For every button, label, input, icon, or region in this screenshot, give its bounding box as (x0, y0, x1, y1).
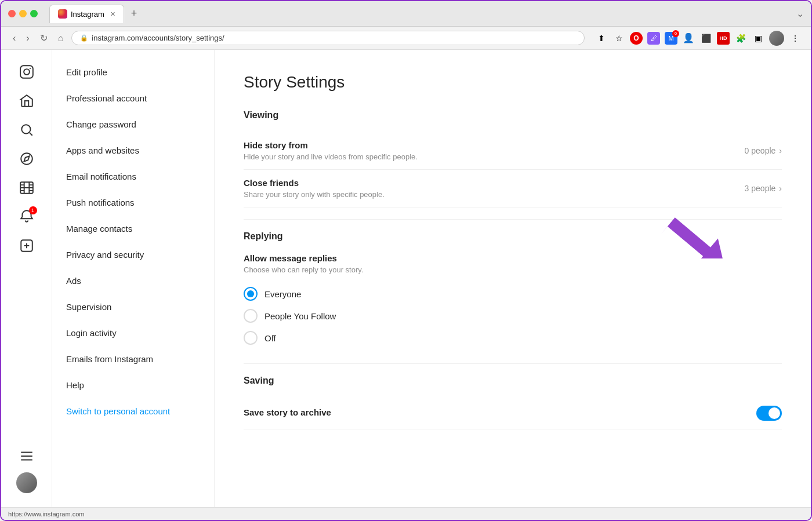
forward-button[interactable]: › (24, 32, 31, 45)
settings-item-ads[interactable]: Ads (52, 268, 214, 294)
star-icon[interactable]: ☆ (612, 32, 625, 45)
hide-story-value: 0 people (745, 146, 776, 155)
chevron-right-icon-2: › (779, 184, 782, 193)
allow-replies-title: Allow message replies (244, 253, 782, 263)
nav-user-avatar[interactable] (16, 472, 37, 493)
status-bar: https://www.instagram.com (1, 507, 811, 520)
settings-item-edit-profile[interactable]: Edit profile (52, 59, 214, 85)
instagram-favicon (58, 9, 67, 19)
tab-bar: Instagram ✕ + ⌄ (49, 5, 804, 23)
reply-options-group: Everyone People You Follow Off (244, 282, 782, 349)
back-button[interactable]: ‹ (10, 32, 18, 45)
close-friends-row[interactable]: Close friends Share your story only with… (244, 170, 782, 207)
nav-icon-instagram[interactable] (14, 59, 39, 85)
replying-section-title: Replying (244, 231, 782, 242)
extension-icon-1[interactable]: M6 (665, 32, 677, 45)
reload-button[interactable]: ↻ (38, 31, 50, 45)
share-icon[interactable]: ⬆ (595, 32, 608, 45)
pocket-icon[interactable]: 🖊 (647, 32, 660, 45)
opera-icon[interactable]: O (630, 32, 643, 45)
hide-story-row[interactable]: Hide story from Hide your story and live… (244, 132, 782, 170)
extensions-icon[interactable]: 🧩 (734, 32, 747, 45)
svg-point-4 (21, 153, 32, 165)
nav-icon-search[interactable] (14, 117, 39, 143)
radio-off[interactable] (244, 331, 258, 345)
nav-icon-explore[interactable] (14, 146, 39, 172)
radio-follow[interactable] (244, 309, 258, 323)
main-content: Story Settings Viewing Hide story from H… (215, 50, 811, 507)
chevron-right-icon: › (779, 146, 782, 155)
close-friends-desc: Share your story only with specific peop… (244, 190, 745, 199)
section-divider-1 (244, 219, 782, 220)
minimize-button[interactable] (19, 10, 27, 17)
traffic-lights (8, 10, 38, 17)
extension-icon-2[interactable]: 👤 (682, 32, 695, 45)
settings-item-email-notifications[interactable]: Email notifications (52, 163, 214, 190)
radio-everyone[interactable] (244, 287, 258, 301)
split-view-icon[interactable]: ▣ (752, 32, 764, 45)
settings-item-supervision[interactable]: Supervision (52, 294, 214, 320)
hide-story-info: Hide story from Hide your story and live… (244, 140, 745, 161)
allow-replies-group: Allow message replies Choose who can rep… (244, 253, 782, 349)
saving-section-title: Saving (244, 376, 782, 386)
svg-rect-0 (20, 65, 33, 78)
browser-window: Instagram ✕ + ⌄ ‹ › ↻ ⌂ 🔒 instagram.com/… (0, 0, 812, 521)
settings-item-change-password[interactable]: Change password (52, 111, 214, 137)
nav-icon-reels[interactable] (14, 175, 39, 201)
profile-avatar[interactable] (769, 31, 784, 46)
home-button[interactable]: ⌂ (56, 32, 66, 45)
settings-item-help[interactable]: Help (52, 372, 214, 398)
nav-icon-create[interactable] (14, 233, 39, 258)
svg-point-3 (21, 125, 30, 133)
left-nav: 1 (1, 50, 52, 507)
settings-item-login-activity[interactable]: Login activity (52, 320, 214, 346)
extension-icon-4[interactable]: HD (717, 32, 730, 45)
menu-icon[interactable]: ⋮ (789, 32, 802, 45)
tab-close-button[interactable]: ✕ (110, 10, 115, 18)
settings-item-apps-websites[interactable]: Apps and websites (52, 137, 214, 163)
nav-icon-home[interactable] (14, 88, 39, 114)
section-divider-2 (244, 363, 782, 364)
url-text: instagram.com/accounts/story_settings/ (92, 34, 224, 42)
toolbar-icons: ⬆ ☆ O 🖊 M6 👤 ⬛ HD 🧩 ▣ ⋮ (595, 31, 802, 46)
close-friends-value: 3 people (745, 184, 776, 193)
settings-item-privacy-security[interactable]: Privacy and security (52, 242, 214, 268)
hide-story-title: Hide story from (244, 140, 745, 150)
address-bar: ‹ › ↻ ⌂ 🔒 instagram.com/accounts/story_s… (1, 27, 811, 50)
close-friends-info: Close friends Share your story only with… (244, 178, 745, 199)
active-tab[interactable]: Instagram ✕ (49, 5, 124, 23)
settings-item-push-notifications[interactable]: Push notifications (52, 190, 214, 216)
page-title: Story Settings (244, 73, 782, 92)
save-to-archive-row[interactable]: Save story to archive (244, 398, 782, 429)
new-tab-button[interactable]: + (126, 5, 142, 22)
close-friends-action[interactable]: 3 people › (745, 184, 782, 193)
svg-point-1 (24, 69, 30, 75)
page-body: 1 Edit profile Professional a (1, 50, 811, 507)
close-button[interactable] (8, 10, 16, 17)
viewing-section-title: Viewing (244, 110, 782, 121)
save-to-archive-info: Save story to archive (244, 407, 756, 420)
reply-option-everyone[interactable]: Everyone (244, 287, 782, 301)
tab-label: Instagram (71, 10, 104, 19)
close-friends-title: Close friends (244, 178, 745, 188)
settings-sidebar: Edit profile Professional account Change… (52, 50, 215, 507)
maximize-button[interactable] (30, 10, 38, 17)
reply-option-off[interactable]: Off (244, 331, 782, 345)
title-bar: Instagram ✕ + ⌄ (1, 1, 811, 27)
settings-item-professional[interactable]: Professional account (52, 85, 214, 111)
reply-option-off-label: Off (264, 333, 276, 343)
more-tabs-button[interactable]: ⌄ (796, 8, 804, 19)
hide-story-action[interactable]: 0 people › (745, 146, 782, 155)
reply-option-follow-label: People You Follow (264, 311, 336, 321)
reply-option-follow[interactable]: People You Follow (244, 309, 782, 323)
url-box[interactable]: 🔒 instagram.com/accounts/story_settings/ (71, 31, 585, 45)
save-to-archive-toggle[interactable] (756, 406, 782, 421)
nav-icon-notifications[interactable]: 1 (14, 204, 39, 229)
settings-item-manage-contacts[interactable]: Manage contacts (52, 216, 214, 242)
svg-point-2 (29, 68, 30, 69)
settings-item-switch-account[interactable]: Switch to personal account (52, 398, 214, 424)
notification-badge: 1 (29, 206, 37, 214)
extension-icon-3[interactable]: ⬛ (699, 32, 712, 45)
settings-item-emails-from-instagram[interactable]: Emails from Instagram (52, 346, 214, 372)
nav-icon-more[interactable] (14, 443, 39, 469)
